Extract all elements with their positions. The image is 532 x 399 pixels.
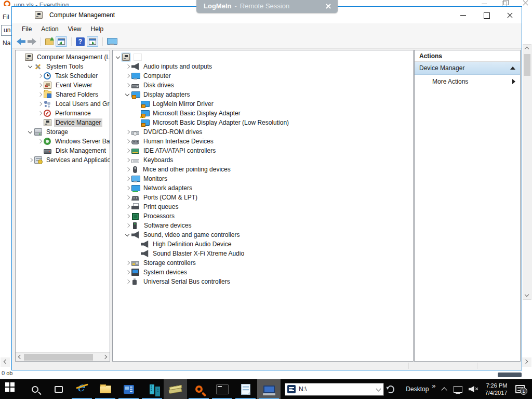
device-tree-item[interactable]: Keyboards bbox=[113, 155, 413, 165]
device-tree-item[interactable]: Processors bbox=[113, 211, 413, 221]
taskbar-books-icon[interactable] bbox=[164, 379, 187, 399]
taskbar-start-icon[interactable] bbox=[0, 379, 23, 399]
chevron-open-icon[interactable] bbox=[124, 91, 131, 98]
network-icon[interactable] bbox=[454, 386, 462, 393]
back-button[interactable] bbox=[17, 38, 25, 45]
console-tree-item[interactable]: Services and Applications bbox=[16, 155, 110, 165]
scroll-left-icon[interactable] bbox=[16, 353, 23, 361]
chevron-closed-icon[interactable] bbox=[36, 82, 44, 89]
close-button[interactable] bbox=[498, 7, 522, 23]
menu-help[interactable]: Help bbox=[86, 24, 109, 34]
console-tree-item[interactable]: Disk Management bbox=[16, 146, 110, 155]
scroll-thumb[interactable] bbox=[24, 354, 93, 361]
chevron-closed-icon[interactable] bbox=[36, 91, 44, 98]
device-tree-item[interactable] bbox=[113, 52, 413, 62]
chevron-closed-icon[interactable] bbox=[36, 72, 44, 79]
device-tree-item[interactable]: Universal Serial Bus controllers bbox=[113, 277, 413, 286]
maximize-button[interactable] bbox=[475, 7, 498, 23]
taskbar-computer-management-icon[interactable] bbox=[257, 379, 281, 399]
everything-search-input[interactable]: un bbox=[1, 25, 11, 36]
chevron-closed-icon[interactable] bbox=[124, 72, 131, 79]
everything-restore-icon[interactable] bbox=[502, 0, 508, 6]
chevron-closed-icon[interactable] bbox=[124, 194, 131, 201]
device-tree-item[interactable]: Audio inputs and outputs bbox=[113, 62, 413, 71]
device-tree-item[interactable]: System devices bbox=[113, 268, 413, 277]
device-tree-item[interactable]: Mice and other pointing devices bbox=[113, 165, 413, 174]
device-tree-item[interactable]: Computer bbox=[113, 71, 413, 81]
console-tree-item[interactable]: Event Viewer bbox=[16, 81, 110, 90]
everything-close-icon[interactable] bbox=[523, 0, 529, 6]
chevron-closed-icon[interactable] bbox=[26, 156, 34, 164]
console-tree-item[interactable]: Device Manager bbox=[16, 118, 110, 127]
device-tree-item[interactable]: Print queues bbox=[113, 202, 413, 211]
taskbar-search-icon[interactable] bbox=[23, 379, 47, 399]
device-tree-item[interactable]: IDE ATA/ATAPI controllers bbox=[113, 146, 413, 155]
address-refresh-icon[interactable] bbox=[387, 385, 394, 393]
chevron-closed-icon[interactable] bbox=[124, 259, 131, 267]
chevron-closed-icon[interactable] bbox=[124, 184, 131, 192]
remote-computer-icon[interactable] bbox=[107, 38, 116, 46]
console-tree-item[interactable]: Performance bbox=[16, 109, 110, 118]
device-tree-item[interactable]: Microsoft Basic Display Adapter (Low Res… bbox=[113, 118, 413, 127]
chevron-closed-icon[interactable] bbox=[124, 269, 131, 276]
device-tree-item[interactable]: Display adapters bbox=[113, 90, 413, 99]
chevron-closed-icon[interactable] bbox=[124, 128, 131, 136]
device-tree-item[interactable]: Human Interface Devices bbox=[113, 137, 413, 146]
chevron-open-icon[interactable] bbox=[26, 63, 34, 70]
device-tree-item[interactable]: Microsoft Basic Display Adapter bbox=[113, 109, 413, 118]
chevron-closed-icon[interactable] bbox=[124, 63, 131, 70]
device-tree-item[interactable]: Storage controllers bbox=[113, 258, 413, 268]
device-tree-item[interactable]: Sound Blaster X-Fi Xtreme Audio bbox=[113, 249, 413, 258]
chevron-closed-icon[interactable] bbox=[36, 138, 44, 145]
console-tree-item[interactable]: Storage bbox=[16, 127, 110, 137]
console-tree-item[interactable]: Shared Folders bbox=[16, 90, 110, 99]
toolbar-overflow-icon[interactable]: » bbox=[432, 382, 435, 390]
tray-show-hidden-icons[interactable] bbox=[441, 386, 447, 392]
console-tree-item[interactable]: System Tools bbox=[16, 62, 110, 71]
console-tree-item[interactable]: Local Users and Groups bbox=[16, 99, 110, 109]
show-console-tree-button[interactable] bbox=[56, 36, 67, 47]
collapse-icon[interactable] bbox=[510, 66, 515, 70]
menu-file[interactable]: File bbox=[17, 24, 36, 34]
chevron-closed-icon[interactable] bbox=[124, 222, 131, 229]
console-tree-item[interactable]: Windows Server Backup bbox=[16, 137, 110, 146]
device-tree-item[interactable]: Ports (COM & LPT) bbox=[113, 193, 413, 202]
everything-hscroll-right[interactable] bbox=[522, 357, 531, 367]
taskbar-server-manager-icon[interactable] bbox=[140, 379, 164, 399]
scroll-thumb[interactable] bbox=[524, 54, 530, 76]
chevron-open-icon[interactable] bbox=[114, 54, 122, 61]
desktop-toolbar-label[interactable]: Desktop bbox=[406, 385, 429, 393]
device-tree-item[interactable]: Software devices bbox=[113, 221, 413, 230]
taskbar-command-prompt-icon[interactable] bbox=[210, 379, 234, 399]
taskbar-notepad-icon[interactable] bbox=[234, 379, 257, 399]
chevron-closed-icon[interactable] bbox=[36, 110, 44, 117]
show-action-pane-button[interactable] bbox=[87, 36, 98, 47]
minimize-button[interactable] bbox=[451, 7, 475, 23]
clock[interactable]: 7:26 PM 7/4/2017 bbox=[485, 382, 508, 396]
device-tree-item[interactable]: LogMeIn Mirror Driver bbox=[113, 99, 413, 109]
everything-file-menu[interactable]: Fil bbox=[3, 14, 9, 21]
taskbar-file-explorer-icon[interactable] bbox=[94, 379, 117, 399]
help-icon[interactable]: ? bbox=[76, 37, 85, 46]
chevron-closed-icon[interactable] bbox=[124, 82, 131, 89]
scroll-right-icon[interactable] bbox=[102, 353, 110, 361]
device-tree-item[interactable]: Sound, video and game controllers bbox=[113, 230, 413, 240]
device-tree-item[interactable]: High Definition Audio Device bbox=[113, 240, 413, 249]
console-tree-hscrollbar[interactable] bbox=[16, 352, 110, 361]
device-tree-item[interactable]: DVD/CD-ROM drives bbox=[113, 127, 413, 137]
chevron-closed-icon[interactable] bbox=[124, 175, 131, 182]
chevron-open-icon[interactable] bbox=[26, 128, 34, 136]
chevron-closed-icon[interactable] bbox=[124, 212, 131, 220]
everything-hscroll-left[interactable] bbox=[1, 357, 10, 367]
actions-group-device-manager[interactable]: Device Manager bbox=[415, 62, 520, 75]
chevron-closed-icon[interactable] bbox=[124, 147, 131, 154]
console-tree-item[interactable]: Task Scheduler bbox=[16, 71, 110, 81]
chevron-closed-icon[interactable] bbox=[124, 156, 131, 164]
address-dropdown-icon[interactable] bbox=[376, 387, 381, 392]
everything-minimize-icon[interactable] bbox=[481, 0, 487, 6]
menu-view[interactable]: View bbox=[63, 24, 86, 34]
menu-action[interactable]: Action bbox=[36, 24, 63, 34]
forward-button[interactable] bbox=[28, 38, 36, 45]
address-input[interactable]: N:\ bbox=[299, 385, 307, 393]
taskbar-internet-explorer-icon[interactable] bbox=[70, 379, 94, 399]
